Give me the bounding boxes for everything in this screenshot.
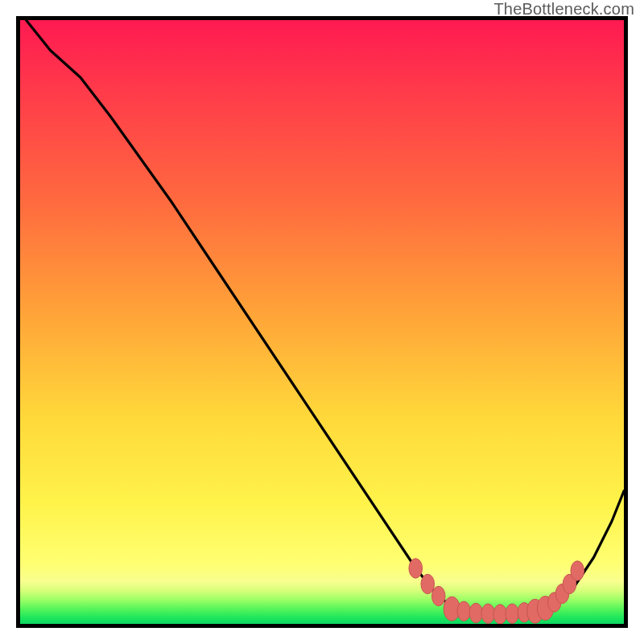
curve-marker — [421, 574, 435, 593]
curve-marker — [457, 601, 471, 621]
curve-marker — [493, 605, 507, 624]
curve-marker — [506, 604, 519, 623]
curve-marker — [469, 603, 483, 622]
bottleneck-curve-svg — [20, 20, 624, 624]
bottleneck-curve-path — [27, 20, 625, 617]
curve-marker — [571, 561, 584, 580]
curve-markers — [409, 559, 584, 624]
curve-marker — [409, 559, 423, 578]
chart-frame: TheBottleneck.com — [0, 0, 644, 644]
curve-marker — [431, 586, 445, 605]
plot-area — [16, 16, 628, 628]
curve-marker — [481, 604, 495, 623]
